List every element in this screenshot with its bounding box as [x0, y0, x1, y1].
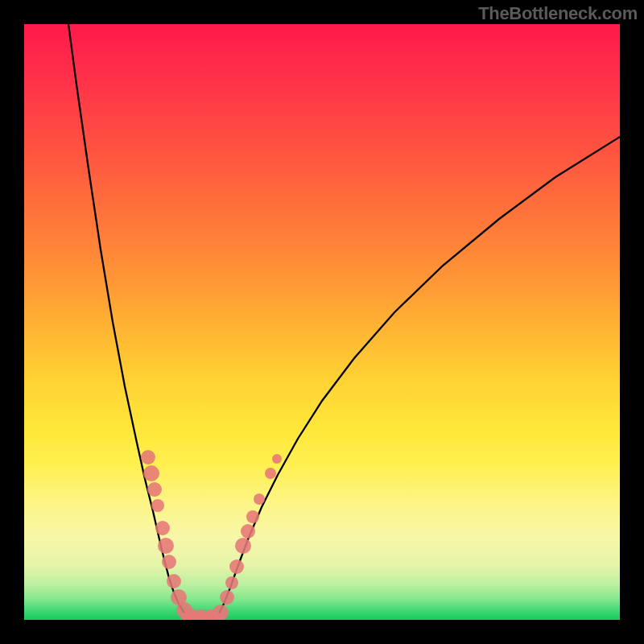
plot-area — [24, 24, 620, 620]
chart-frame: TheBottleneck.com — [0, 0, 644, 644]
sample-dot — [220, 590, 234, 605]
sample-dot — [241, 524, 255, 539]
sample-dot — [229, 559, 244, 574]
sample-dot — [235, 538, 251, 554]
sample-dot — [272, 454, 282, 464]
watermark-text: TheBottleneck.com — [478, 3, 638, 24]
curve-left-branch — [68, 24, 189, 617]
sample-dot — [151, 499, 164, 512]
sample-dot — [246, 510, 259, 523]
sample-dot — [213, 605, 229, 620]
sample-dot — [143, 465, 159, 481]
sample-dot — [141, 450, 155, 464]
sample-dot — [155, 521, 170, 535]
sample-dot — [167, 574, 181, 588]
sample-dot — [254, 493, 265, 505]
sample-dot — [265, 468, 276, 479]
sample-dot — [158, 538, 174, 554]
sample-dot — [162, 555, 176, 569]
sample-dot — [225, 576, 238, 589]
curve-layer — [24, 24, 620, 620]
sample-dots — [141, 450, 282, 620]
curve-right-branch — [217, 137, 620, 617]
sample-dot — [147, 482, 162, 497]
